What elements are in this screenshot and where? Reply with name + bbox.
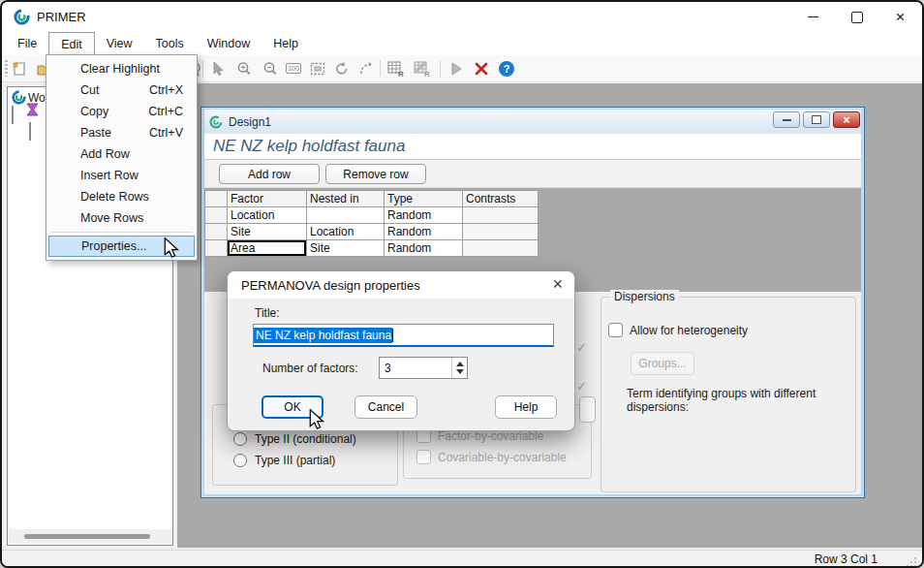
zoom-out-icon[interactable] [260,58,281,79]
toolbar-grip[interactable] [5,60,8,77]
menu-item-delete-rows[interactable]: Delete Rows [46,186,197,207]
type2-radio[interactable] [233,432,247,446]
menu-item-copy[interactable]: CopyCtrl+C [46,101,197,122]
cell-nested-in[interactable]: Site [307,240,385,257]
tree-horizontal-scrollbar[interactable] [9,529,171,544]
cell-nested-in[interactable]: Location [307,224,385,240]
type3-radio-label: Type III (partial) [255,454,335,467]
cell-factor-selected[interactable]: Area [228,240,307,257]
allow-heterogeneity-checkbox[interactable] [608,323,623,337]
column-header-factor[interactable]: Factor [228,191,307,207]
menu-item-paste[interactable]: PasteCtrl+V [46,122,197,143]
minimize-icon [783,119,791,121]
app-title: PRIMER [37,10,86,24]
design-restore-button[interactable] [803,111,830,128]
design-title-bar[interactable]: Design1 [204,110,861,134]
column-header-type[interactable]: Type [385,191,463,207]
spin-down-icon[interactable] [456,369,464,374]
factors-spinner[interactable]: 3 [379,357,468,379]
tree-collapse-toggle[interactable] [29,122,31,141]
cell-contrasts[interactable] [463,207,539,224]
row-header[interactable] [205,240,228,257]
resize-grip[interactable] [906,554,917,566]
cell-contrasts[interactable] [463,240,539,257]
resemblance-matrix-alt-icon[interactable]: R [411,58,432,79]
maximize-button[interactable] [835,2,878,32]
design-minimize-button[interactable] [773,111,800,128]
refresh-icon[interactable] [331,58,353,79]
menu-tools[interactable]: Tools [144,32,196,55]
close-button[interactable]: × [878,2,922,32]
spinner-buttons [451,358,467,378]
type3-radio[interactable] [233,454,247,467]
dialog-title-bar[interactable]: PERMANOVA design properties × [228,271,574,299]
title-field-label: Title: [255,306,280,320]
title-input[interactable]: NE NZ kelp holdfast fauna [253,324,554,347]
column-header-contrasts[interactable]: Contrasts [463,191,539,207]
column-header-nested-in[interactable]: Nested in [307,191,385,207]
menu-item-insert-row[interactable]: Insert Row [46,165,197,186]
run-icon[interactable] [446,58,467,79]
row-header[interactable] [205,191,228,207]
design-subtitle: NE NZ kelp holdfast fauna [213,137,861,156]
close-icon: × [896,9,906,25]
toolbar-separator [380,60,381,77]
tree-collapse-toggle[interactable] [12,106,14,124]
row-header[interactable] [205,224,228,240]
menu-edit[interactable]: Edit [48,32,95,55]
toolbar-separator [202,60,203,77]
window-controls: × [791,2,922,32]
menu-item-move-rows[interactable]: Move Rows [46,207,197,229]
workspace-icon [12,90,26,105]
menu-window[interactable]: Window [196,32,262,55]
minimize-icon [808,16,818,18]
stop-icon[interactable] [471,58,492,79]
resemblance-matrix-icon[interactable]: R [385,58,406,79]
design-close-button[interactable]: × [833,111,860,128]
zoom-in-icon[interactable] [233,58,255,79]
dialog-title: PERMANOVA design properties [241,278,420,293]
cell-nested-in[interactable] [307,207,385,224]
menu-item-cut[interactable]: CutCtrl+X [46,79,197,101]
new-workspace-icon[interactable] [10,58,31,79]
menu-item-properties[interactable]: Properties... [48,236,195,257]
factor-by-covariable-label: Factor-by-covariable [438,429,543,443]
cell-factor[interactable]: Site [228,224,307,240]
dialog-close-icon[interactable]: × [552,275,563,293]
menu-help[interactable]: Help [262,32,310,55]
remove-row-button[interactable]: Remove row [325,164,426,184]
menu-file[interactable]: File [6,32,48,55]
help-button[interactable]: Help [495,395,557,419]
select-region-icon[interactable] [307,58,328,79]
row-header[interactable] [205,207,228,224]
table-header-row: Factor Nested in Type Contrasts [205,191,539,207]
spin-up-icon[interactable] [456,362,464,366]
groups-button: Groups... [631,352,694,375]
scrollbar-thumb[interactable] [24,534,150,539]
add-row-button[interactable]: Add row [219,164,320,184]
cell-type[interactable]: Random [385,224,463,240]
menu-view[interactable]: View [95,32,144,55]
rotate-axes-icon[interactable] [355,58,377,79]
dispersions-group: Dispersions Allow for heterogeneity Grou… [601,297,856,492]
ok-button[interactable]: OK [262,395,323,419]
cancel-button[interactable]: Cancel [354,395,417,419]
primer-app-window: PRIMER × File Edit View Tools Window Hel… [0,0,924,568]
minimize-button[interactable] [791,2,835,32]
menu-bar: File Edit View Tools Window Help [2,32,922,55]
cell-type[interactable]: Random [385,240,463,257]
table-row: Area Site Random [205,240,539,257]
help-icon[interactable]: ? [496,58,517,79]
menu-separator [50,232,193,233]
menu-item-add-row[interactable]: Add Row [46,143,197,165]
factor-table: Factor Nested in Type Contrasts Location… [204,190,539,257]
text-caret [392,329,393,342]
dispersions-group-title: Dispersions [610,290,679,303]
factors-value: 3 [385,362,451,375]
cell-contrasts[interactable] [463,224,539,240]
cell-type[interactable]: Random [385,207,463,224]
menu-item-clear-highlight[interactable]: Clear Highlight [46,58,197,79]
zoom-100-icon[interactable]: 100 [283,58,304,79]
cell-factor[interactable]: Location [228,207,307,224]
pointer-icon[interactable] [207,58,229,79]
